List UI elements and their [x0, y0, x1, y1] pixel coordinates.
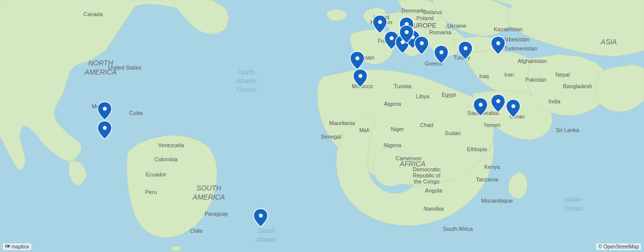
- svg-text:⬟: ⬟: [103, 106, 107, 111]
- mapbox-attribution[interactable]: 🗺 mapbox: [3, 243, 31, 250]
- osm-attribution: © OpenStreetMap: [596, 243, 641, 250]
- svg-text:⬟: ⬟: [511, 103, 516, 109]
- svg-text:⬟: ⬟: [103, 125, 107, 131]
- svg-text:⬟: ⬟: [496, 98, 501, 104]
- svg-text:⬟: ⬟: [259, 213, 263, 218]
- svg-text:⬟: ⬟: [389, 35, 394, 41]
- svg-text:⬟: ⬟: [420, 40, 424, 46]
- svg-text:⬟: ⬟: [355, 55, 360, 61]
- svg-text:⬟: ⬟: [405, 29, 409, 35]
- map-container: NORTH AMERICA SOUTH AMERICA AFRICA EUROP…: [0, 0, 644, 252]
- svg-text:⬟: ⬟: [478, 102, 483, 107]
- svg-text:⬟: ⬟: [378, 19, 382, 25]
- svg-text:⬟: ⬟: [496, 40, 501, 46]
- svg-text:⬟: ⬟: [439, 49, 444, 55]
- svg-text:⬟: ⬟: [463, 45, 468, 51]
- svg-text:⬟: ⬟: [358, 73, 363, 79]
